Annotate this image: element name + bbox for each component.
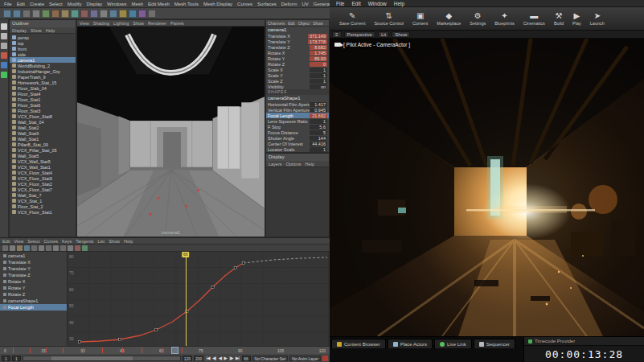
paint-select-tool-icon[interactable] (1, 43, 7, 49)
go-to-start-button[interactable]: |◀ (205, 355, 211, 361)
outliner-item[interactable]: camera1 (10, 57, 76, 63)
maya-menu-item[interactable]: Create (30, 2, 44, 6)
poly-cylinder-shelf-icon[interactable] (23, 10, 31, 18)
poly-torus-shelf-icon[interactable] (42, 10, 50, 18)
insert-keys-tool-icon[interactable] (10, 245, 15, 251)
linear-tangent-icon[interactable] (46, 245, 51, 251)
poly-disc-shelf-icon[interactable] (61, 10, 69, 18)
set-key-button[interactable] (322, 356, 328, 361)
source-control-button[interactable]: ⇅ Source Control (374, 11, 404, 26)
maya-menu-item[interactable]: Surfaces (257, 2, 277, 6)
bottom-tab[interactable]: Sequencer (474, 339, 515, 348)
poly-plane-shelf-icon[interactable] (32, 10, 40, 18)
graph-tree-item[interactable]: Rotate Z (0, 291, 67, 298)
unreal-menu-item[interactable]: File (336, 1, 344, 6)
channel-row[interactable]: Translate X 371.149 (266, 33, 329, 39)
outliner-item[interactable]: VCX_Wall_Stat1 (10, 164, 76, 170)
channel-value-field[interactable]: 8.682 (310, 45, 327, 50)
range-slider-bar[interactable] (23, 356, 181, 361)
outliner-item[interactable]: Floor_Stat6 (10, 102, 76, 108)
outliner-item[interactable]: Homework_Stat_15 (10, 80, 76, 85)
outliner-menu-item[interactable]: Display (12, 28, 27, 33)
poly-pipe-shelf-icon[interactable] (80, 10, 88, 18)
viewport-menu-item[interactable]: Show (133, 21, 144, 26)
marketplace-button[interactable]: ◆ Marketplace (437, 11, 461, 26)
graph-tree-item[interactable]: Focal Length (0, 304, 67, 311)
bottom-tab[interactable]: Live Link (434, 339, 472, 348)
channel-row[interactable]: Visibility on (266, 84, 329, 89)
channel-row[interactable]: Center Of Interest 44.416 (266, 141, 329, 146)
soccer-ball-shelf-icon[interactable] (109, 10, 117, 18)
unreal-menu-item[interactable]: Help (394, 1, 404, 6)
outliner-item[interactable]: VCX_Floor_Stat8 (10, 113, 76, 119)
maya-menu-item[interactable]: Select (49, 2, 63, 6)
graph-editor-menu-item[interactable]: View (14, 239, 23, 244)
graph-tree-item[interactable]: cameraShape1 (0, 298, 67, 304)
channel-value-field[interactable]: 144 (310, 136, 327, 141)
channel-value-field[interactable]: 173.778 (308, 39, 327, 44)
outliner-item[interactable]: Wall_Stat5 (10, 153, 76, 158)
context-dropdown[interactable]: No Anim Layer (289, 356, 321, 361)
outliner-item[interactable]: PaperTrash_9 (10, 74, 76, 80)
go-to-end-button[interactable]: ▶| (235, 355, 240, 361)
channel-row[interactable]: Translate Z 8.682 (266, 44, 329, 50)
viewport-options-menu[interactable]: ≡ (332, 31, 342, 38)
outliner-item[interactable]: Wall_Stat_04 (10, 119, 76, 125)
outliner-item[interactable]: Wall_Stat1 (10, 136, 76, 142)
maya-menu-item[interactable]: Edit Mesh (148, 2, 170, 6)
bottom-tab[interactable]: Place Actors (388, 339, 433, 348)
channel-value-field[interactable]: 21.692 (310, 113, 327, 118)
outliner-item[interactable]: Floor_Stat4 (10, 91, 76, 97)
graph-editor-menu-item[interactable]: Tangents (76, 239, 93, 244)
channel-row[interactable]: Scale Z 1 (266, 78, 329, 84)
play-backwards-button[interactable]: ◀ (218, 355, 223, 361)
playback-start-field[interactable]: 1 (12, 356, 21, 361)
outliner-item[interactable]: Wall_Stat_7 (10, 192, 76, 198)
viewport-menu-item[interactable]: Shading (93, 21, 109, 26)
flat-tangent-icon[interactable] (53, 245, 59, 251)
channel-row[interactable]: Scale Y 1 (266, 72, 329, 78)
channel-value-field[interactable]: on (310, 84, 327, 89)
display-menu-item[interactable]: Options (286, 162, 301, 167)
channel-value-field[interactable]: 1 (310, 73, 327, 78)
outliner-item[interactable]: WorldBuilding_2 (10, 63, 76, 68)
channel-value-field[interactable]: 44.416 (310, 142, 327, 146)
channel-value-field[interactable]: 1 (310, 79, 327, 84)
graph-editor-menu-item[interactable]: Edit (2, 239, 10, 244)
current-frame-field[interactable]: 66 (242, 356, 251, 361)
outliner-item[interactable]: persp (10, 35, 76, 40)
select-tool-icon[interactable] (1, 23, 7, 30)
outliner-item[interactable]: Floor_Stat3 (10, 108, 76, 113)
context-dropdown[interactable]: No Character Set (252, 356, 289, 361)
outliner-item[interactable]: VCX_Floor_Stat1 (10, 209, 76, 215)
display-menu-item[interactable]: Help (305, 162, 314, 167)
move-tool-icon[interactable] (1, 52, 7, 59)
scale-tool-icon[interactable] (1, 72, 7, 78)
channel-value-field[interactable]: 5.6 (310, 125, 327, 130)
poly-gear-shelf-icon[interactable] (100, 10, 108, 18)
outliner-item[interactable]: VCX_Floor_Stat7 (10, 187, 76, 192)
channel-row[interactable]: Scale X 1 (266, 67, 329, 72)
channel-value-field[interactable]: 0.945 (310, 108, 327, 113)
animation-start-field[interactable]: 1 (2, 356, 10, 361)
viewport-toolbar-button[interactable]: Perspective (344, 31, 375, 38)
lasso-tool-icon[interactable] (1, 33, 7, 39)
outliner-item[interactable]: VCX_Wall_Stat5 (10, 158, 76, 164)
maya-menu-item[interactable]: Edit (17, 2, 25, 6)
add-keys-tool-icon[interactable] (17, 245, 23, 251)
plateau-tangent-icon[interactable] (68, 245, 73, 251)
graph-editor-menu-item[interactable]: Curves (44, 239, 58, 244)
maya-menu-item[interactable]: File (4, 2, 12, 6)
graph-tree-item[interactable]: Translate Y (0, 265, 67, 272)
maya-menu-item[interactable]: Deform (281, 2, 297, 6)
maya-menu-item[interactable]: Display (86, 2, 102, 6)
channel-value-field[interactable]: 1 (310, 119, 327, 124)
poly-sphere-shelf-icon[interactable] (3, 10, 11, 18)
outliner-item[interactable]: VCX_Pillar_Stat_05 (10, 147, 76, 153)
channel-row[interactable]: Focal Length 21.692 (266, 113, 329, 118)
curve-tool-shelf-icon[interactable] (148, 10, 156, 18)
graph-editor-canvas[interactable]: 807060504030 66 (68, 252, 330, 346)
channel-value-field[interactable]: 5 (310, 130, 327, 135)
channel-row[interactable]: Shutter Angle 144 (266, 135, 329, 141)
helix-shelf-icon[interactable] (90, 10, 98, 18)
